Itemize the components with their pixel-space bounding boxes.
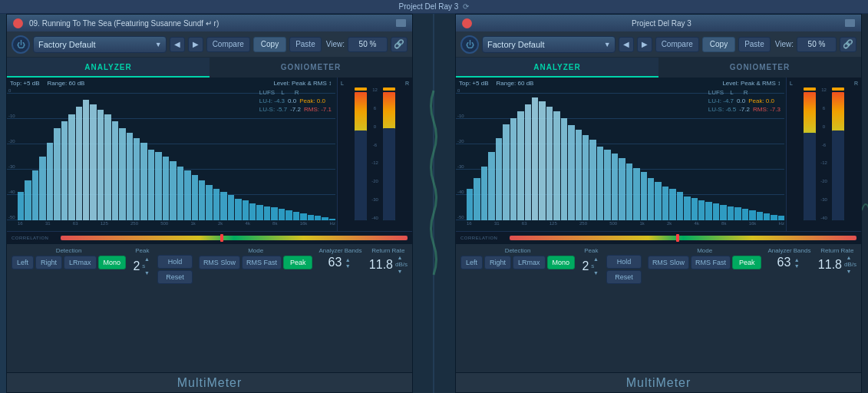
right-spectrum-bar [771, 215, 777, 220]
right-view-select[interactable]: 50 % [797, 37, 837, 52]
left-mode-rms-fast[interactable]: RMS Fast [242, 256, 282, 269]
left-spectrum-bar [177, 167, 183, 220]
right-tab-goniometer[interactable]: GONIOMETER [658, 58, 861, 78]
right-bands-up[interactable]: ▲ [792, 256, 801, 263]
right-bands-down[interactable]: ▼ [792, 263, 801, 269]
right-mode-group: Mode RMS Slow RMS Fast Peak [648, 247, 762, 269]
refresh-icon[interactable]: ⟳ [463, 2, 469, 11]
right-peak-up[interactable]: ▲ [591, 256, 600, 263]
right-spectrum-bar [662, 187, 668, 220]
right-reset-button[interactable]: Reset [606, 270, 642, 284]
left-preset-select[interactable]: Factory Default [33, 36, 167, 53]
right-paste-button[interactable]: Paste [738, 37, 771, 52]
right-tab-analyzer[interactable]: ANALYZER [456, 58, 658, 78]
right-vu-meter: L R 12 6 0 [786, 78, 861, 231]
right-hold-button[interactable]: Hold [606, 255, 642, 269]
right-close-button[interactable] [462, 18, 472, 28]
right-spectrum-bar [546, 107, 553, 220]
left-spectrum-bar [134, 138, 140, 220]
right-copy-button[interactable]: Copy [702, 37, 735, 52]
left-hold-reset-group: Hold Reset [157, 255, 193, 284]
right-mode-rms-fast[interactable]: RMS Fast [691, 256, 731, 269]
left-spectrum-bar [249, 203, 256, 220]
right-preset-select[interactable]: Factory Default [482, 36, 616, 53]
right-prev-button[interactable]: ◀ [619, 37, 634, 52]
right-plugin-panel: Project Del Ray 3 ⏻ Factory Default ▼ ◀ … [455, 14, 862, 393]
left-plugin-panel: 09. Running To The Sea (Featuring Susann… [6, 14, 413, 393]
left-close-button[interactable] [13, 18, 23, 28]
right-spectrum-bar [576, 130, 582, 220]
right-spectrum-bar [728, 206, 734, 220]
left-spectrum-bar [256, 205, 262, 220]
left-view-select[interactable]: 50 % [348, 37, 388, 52]
left-spectrum-bar [47, 143, 53, 220]
right-spectrum-bar [626, 163, 632, 220]
right-next-button[interactable]: ▶ [637, 37, 652, 52]
left-spectrum-bar [184, 170, 190, 220]
right-spectrum-bar [568, 125, 574, 220]
left-mode-rms-slow[interactable]: RMS Slow [199, 256, 240, 269]
left-plugin-name-bar: MultiMeter [7, 372, 412, 392]
left-spectrum-bar [243, 200, 249, 220]
left-minimize-button[interactable] [396, 19, 406, 27]
right-link-button[interactable]: 🔗 [840, 37, 856, 52]
left-paste-button[interactable]: Paste [289, 37, 322, 52]
left-link-button[interactable]: 🔗 [391, 37, 408, 52]
right-spectrum-bar [561, 118, 567, 220]
right-detection-mono[interactable]: Mono [547, 256, 576, 269]
left-detection-lrmax[interactable]: LRmax [64, 256, 97, 269]
left-lufs-info: LUFS L R LU-I: -4.3 0.0 Peak: 0.0 LU-S: … [259, 88, 332, 114]
left-detection-mono[interactable]: Mono [98, 256, 127, 269]
right-return-up[interactable]: ▲ [844, 254, 853, 261]
right-spectrum-bar [583, 135, 589, 220]
left-toolbar: ⏻ Factory Default ▼ ◀ ▶ Compare Copy Pas… [7, 31, 412, 58]
right-detection-right[interactable]: Right [484, 256, 511, 269]
right-spectrum-bar [713, 203, 719, 220]
right-spectrum-bar [720, 205, 726, 220]
right-spectrum-bar [757, 212, 763, 220]
right-peak-down[interactable]: ▼ [591, 269, 600, 276]
right-power-button[interactable]: ⏻ [460, 35, 479, 54]
right-bands-group: Analyzer Bands 63 ▲ ▼ [767, 247, 810, 269]
right-minimize-button[interactable] [845, 19, 855, 27]
left-hold-button[interactable]: Hold [157, 255, 193, 269]
left-prev-button[interactable]: ◀ [170, 37, 185, 52]
left-spectrum-bar [104, 114, 111, 220]
left-spectrum-bar [170, 161, 176, 220]
left-spectrum-bar [140, 143, 147, 220]
svg-rect-1 [862, 14, 868, 393]
right-mode-rms-slow[interactable]: RMS Slow [648, 256, 689, 269]
left-reset-button[interactable]: Reset [157, 270, 193, 284]
left-power-button[interactable]: ⏻ [12, 35, 30, 54]
right-spectrum-bar [691, 198, 698, 221]
right-spectrum-bar [525, 104, 531, 220]
left-detection-right[interactable]: Right [35, 256, 62, 269]
right-detection-left[interactable]: Left [460, 256, 483, 269]
left-bands-down[interactable]: ▼ [343, 263, 352, 269]
left-next-button[interactable]: ▶ [188, 37, 203, 52]
left-return-down[interactable]: ▼ [395, 268, 404, 275]
left-peak-up[interactable]: ▲ [142, 256, 151, 263]
middle-waveform [413, 14, 455, 393]
right-compare-button[interactable]: Compare [655, 37, 699, 52]
left-detection-left[interactable]: Left [12, 256, 34, 269]
right-spectrum-bar [648, 178, 654, 220]
right-mode-peak[interactable]: Peak [732, 256, 762, 269]
left-spectrum-bar [228, 195, 234, 220]
left-peak-down[interactable]: ▼ [142, 269, 151, 276]
left-compare-button[interactable]: Compare [206, 37, 250, 52]
left-rms-label: RMS: -7.1 [304, 105, 332, 114]
left-return-up[interactable]: ▲ [395, 254, 404, 261]
left-bands-up[interactable]: ▲ [343, 256, 352, 263]
right-detection-lrmax[interactable]: LRmax [513, 256, 546, 269]
right-spectrum-bar [742, 209, 748, 220]
left-copy-button[interactable]: Copy [253, 37, 286, 52]
right-return-down[interactable]: ▼ [844, 268, 853, 275]
right-detection-group: Detection Left Right LRmax Mono [460, 247, 575, 269]
left-spectrum-bar [68, 114, 74, 220]
right-freq-labels: 16 31 63 125 250 500 1k 2k 4k 8k 16k Hz [467, 221, 784, 231]
left-tab-goniometer[interactable]: GONIOMETER [210, 58, 412, 78]
right-spectrum-bar [474, 178, 480, 220]
left-tab-analyzer[interactable]: ANALYZER [7, 58, 210, 78]
left-mode-peak[interactable]: Peak [283, 256, 313, 269]
